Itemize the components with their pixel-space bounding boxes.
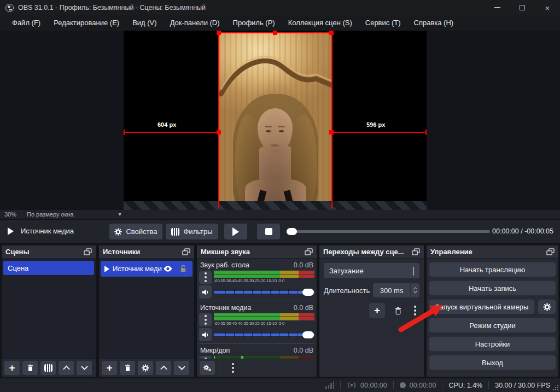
start-streaming-button[interactable]: Начать трансляцию xyxy=(429,262,556,277)
start-virtual-camera-button[interactable]: Запуск виртуальной камеры xyxy=(429,299,535,314)
minimize-button[interactable] xyxy=(485,0,510,15)
scenes-panel-title: Сцены xyxy=(5,248,30,256)
mixer-panel-header[interactable]: Микшер звука xyxy=(197,245,317,259)
channel-level: 0.0 dB xyxy=(294,304,313,312)
slider-handle[interactable] xyxy=(302,289,314,296)
mixer-menu-button[interactable] xyxy=(225,361,241,375)
move-source-up-button[interactable] xyxy=(156,361,171,375)
close-button[interactable]: × xyxy=(535,0,560,15)
exit-button[interactable]: Выход xyxy=(429,355,556,370)
volume-slider[interactable] xyxy=(214,328,314,341)
remove-scene-button[interactable] xyxy=(22,361,38,375)
window-title: OBS 31.0.1 - Профиль: Безымянный - Сцены… xyxy=(18,4,206,11)
canvas-edge-stripes xyxy=(124,201,427,210)
selection-handle-top-right[interactable] xyxy=(329,31,334,35)
transitions-panel-header[interactable]: Переходы между сце... xyxy=(319,245,424,259)
move-source-down-button[interactable] xyxy=(174,361,189,375)
menu-edit[interactable]: Редактирование (E) xyxy=(47,15,126,31)
settings-button[interactable]: Настройки xyxy=(429,336,556,352)
plus-icon: + xyxy=(374,305,380,315)
selection-border-right[interactable] xyxy=(331,32,332,208)
channel-name: Микр/доп xyxy=(200,347,230,354)
menu-profile[interactable]: Профиль (P) xyxy=(226,15,282,31)
popout-icon[interactable] xyxy=(546,248,555,255)
maximize-button[interactable] xyxy=(510,0,535,15)
transition-select[interactable]: Затухание xyxy=(324,263,419,278)
menu-help[interactable]: Справка (H) xyxy=(407,15,460,31)
menu-file[interactable]: Файл (F) xyxy=(5,15,47,31)
media-play-button[interactable] xyxy=(224,224,247,239)
selection-handle-top-center[interactable] xyxy=(273,31,277,35)
preview-area[interactable]: 604 px 596 px xyxy=(0,31,560,210)
webcam-source-video[interactable] xyxy=(219,33,332,209)
gear-icon xyxy=(543,303,551,311)
menu-scene-collection[interactable]: Коллекция сцен (S) xyxy=(282,15,359,31)
add-scene-button[interactable]: + xyxy=(4,361,20,375)
start-recording-button[interactable]: Начать запись xyxy=(429,280,556,296)
remove-transition-button[interactable] xyxy=(390,303,406,318)
menu-view[interactable]: Вид (V) xyxy=(126,15,163,31)
move-scene-up-button[interactable] xyxy=(59,361,74,375)
scenes-panel-header[interactable]: Сцены xyxy=(2,245,96,259)
chevron-down-icon[interactable]: ▼ xyxy=(118,212,122,217)
properties-button[interactable]: Свойства xyxy=(109,224,162,239)
media-source-icon xyxy=(104,266,109,272)
studio-mode-button[interactable]: Режим студии xyxy=(429,318,556,333)
filters-button[interactable]: Фильтры xyxy=(166,224,218,239)
source-name: Источник меди xyxy=(113,265,162,273)
preview-zoom-bar: 30% По размеру окна ▼ xyxy=(0,210,560,219)
virtual-camera-settings-button[interactable] xyxy=(538,299,556,314)
transition-menu-button[interactable] xyxy=(411,303,419,318)
duration-spinbox[interactable]: 300 ms xyxy=(373,283,419,297)
channel-menu-button[interactable] xyxy=(199,271,212,284)
scene-list-item[interactable]: Сцена xyxy=(3,261,94,275)
controls-panel-header[interactable]: Управление xyxy=(427,245,558,259)
menu-tools[interactable]: Сервис (T) xyxy=(359,15,407,31)
vertical-dots-icon xyxy=(205,276,207,278)
controls-panel-title: Управление xyxy=(430,248,472,256)
fps-indicator: 30.00 / 30.00 FPS xyxy=(495,382,550,389)
measure-line-right xyxy=(332,132,427,133)
scenes-list[interactable]: Сцена xyxy=(2,259,96,359)
advanced-audio-button[interactable] xyxy=(200,361,215,375)
source-properties-button[interactable] xyxy=(138,361,153,375)
selection-handle-top-left[interactable] xyxy=(217,31,221,35)
zoom-mode-dropdown[interactable]: По размеру окна xyxy=(21,211,79,218)
vertical-dots-icon xyxy=(414,309,416,312)
selection-border-left[interactable] xyxy=(218,32,219,208)
mute-button[interactable] xyxy=(199,285,212,299)
title-bar: OBS 31.0.1 - Профиль: Безымянный - Сцены… xyxy=(0,0,560,15)
selection-handle-right-center[interactable] xyxy=(329,130,334,134)
volume-slider[interactable] xyxy=(214,285,314,299)
menu-docks[interactable]: Док-панели (D) xyxy=(164,15,226,31)
controls-panel: Управление Начать трансляцию Начать запи… xyxy=(426,245,559,377)
popout-icon[interactable] xyxy=(84,248,92,255)
sources-panel-header[interactable]: Источники xyxy=(99,245,194,259)
scene-filters-button[interactable] xyxy=(40,361,56,375)
popout-icon[interactable] xyxy=(412,248,420,255)
gear-icon xyxy=(114,228,122,236)
selection-handle-left-center[interactable] xyxy=(217,130,221,134)
properties-label: Свойства xyxy=(126,227,157,236)
sources-list[interactable]: Источник меди xyxy=(99,259,194,359)
move-scene-down-button[interactable] xyxy=(77,361,92,375)
volume-meter xyxy=(214,313,314,320)
popout-icon[interactable] xyxy=(182,248,190,255)
seek-handle[interactable] xyxy=(287,228,297,235)
resize-grip[interactable] xyxy=(552,384,558,390)
duration-label: Длительность xyxy=(324,286,370,295)
media-seek-slider[interactable] xyxy=(287,230,490,233)
popout-icon[interactable] xyxy=(305,248,313,255)
lock-icon[interactable] xyxy=(179,265,187,273)
add-source-button[interactable]: + xyxy=(102,361,117,375)
eye-icon[interactable] xyxy=(163,265,173,272)
mute-button[interactable] xyxy=(199,328,212,341)
channel-menu-button[interactable] xyxy=(199,313,212,326)
add-transition-button[interactable]: + xyxy=(369,303,385,318)
remove-source-button[interactable] xyxy=(120,361,135,375)
mixer-channel-desktop-audio: Звук раб. стола 0.0 dB -60-55-50-45-40-3… xyxy=(199,260,314,301)
slider-handle[interactable] xyxy=(302,331,314,338)
source-list-item[interactable]: Источник меди xyxy=(101,261,192,277)
media-stop-button[interactable] xyxy=(257,224,280,239)
duration-value: 300 ms xyxy=(373,286,410,295)
